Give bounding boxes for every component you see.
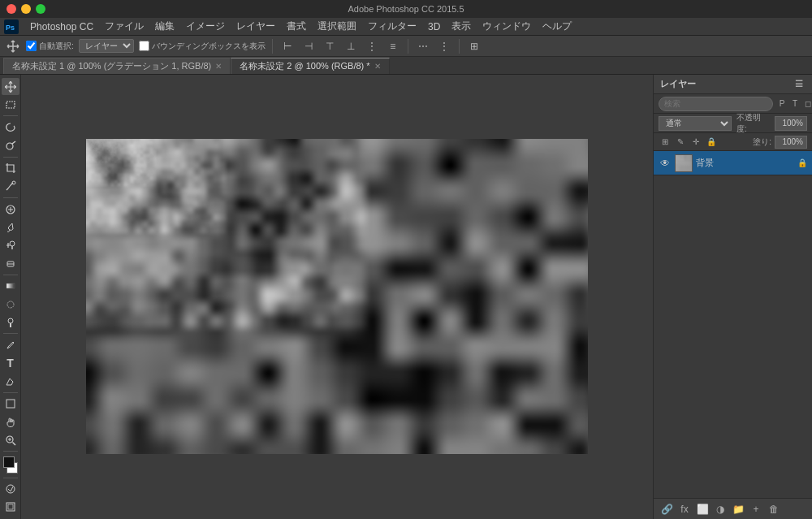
tab-1[interactable]: 名称未設定 1 @ 100% (グラデーション 1, RGB/8) ✕ xyxy=(3,58,231,74)
separator-2 xyxy=(408,39,408,54)
tabs-bar: 名称未設定 1 @ 100% (グラデーション 1, RGB/8) ✕ 名称未設… xyxy=(0,57,812,75)
toolbar: T xyxy=(0,75,21,519)
dist-v-icon[interactable]: ⋮ xyxy=(436,38,452,54)
zoom-tool[interactable] xyxy=(2,431,19,448)
menu-help[interactable]: ヘルプ xyxy=(537,18,577,35)
bounding-box-checkbox[interactable] xyxy=(139,41,149,51)
svg-rect-21 xyxy=(6,503,15,511)
bounding-box-label[interactable]: バウンディングボックスを表示 xyxy=(139,41,266,52)
lock-pixels-icon[interactable]: ✎ xyxy=(674,136,687,149)
align-center-h-icon[interactable]: ⊣ xyxy=(300,38,317,54)
menu-file[interactable]: ファイル xyxy=(99,18,149,35)
align-left-icon[interactable]: ⊢ xyxy=(279,38,296,54)
maximize-button[interactable] xyxy=(36,4,45,14)
blend-mode-select[interactable]: 通常 乗算 スクリーン オーバーレイ xyxy=(659,116,732,131)
quick-mask-btn[interactable] xyxy=(2,481,19,498)
menu-3d[interactable]: 3D xyxy=(422,19,446,34)
foreground-color-swatch[interactable] xyxy=(3,456,15,468)
pen-tool[interactable] xyxy=(2,336,19,353)
document-canvas[interactable] xyxy=(86,139,588,454)
blur-tool[interactable] xyxy=(2,296,19,313)
menu-window[interactable]: ウィンドウ xyxy=(477,18,537,35)
tool-sep-1 xyxy=(3,115,18,116)
add-layer-btn[interactable]: + xyxy=(748,501,764,517)
hand-tool[interactable] xyxy=(2,413,19,430)
align-bottom-icon[interactable]: ≡ xyxy=(385,38,401,54)
fill-input[interactable] xyxy=(775,136,807,149)
add-group-btn[interactable]: 📁 xyxy=(730,501,746,517)
menu-image[interactable]: イメージ xyxy=(180,18,231,35)
dodge-tool[interactable] xyxy=(2,314,19,331)
align-right-icon[interactable]: ⊤ xyxy=(322,38,338,54)
brush-tool[interactable] xyxy=(2,218,19,236)
auto-select-dropdown[interactable]: レイヤー グループ xyxy=(79,39,134,53)
tab-2[interactable]: 名称未設定 2 @ 100% (RGB/8) * ✕ xyxy=(231,58,389,74)
marquee-tool[interactable] xyxy=(2,96,19,113)
lock-transparent-icon[interactable]: ⊞ xyxy=(659,136,672,149)
screen-mode-btn[interactable] xyxy=(2,499,19,516)
layer-lock-icon: 🔒 xyxy=(797,158,807,167)
svg-text:Ps: Ps xyxy=(6,24,15,32)
opacity-input[interactable] xyxy=(775,116,807,131)
link-layers-btn[interactable]: 🔗 xyxy=(659,501,675,517)
filter-shape-icon[interactable]: ◻ xyxy=(802,98,812,110)
minimize-button[interactable] xyxy=(21,4,31,14)
move-tool[interactable] xyxy=(2,78,19,95)
gradient-tool[interactable] xyxy=(2,278,19,295)
path-select-tool[interactable] xyxy=(2,373,19,390)
menu-layer[interactable]: レイヤー xyxy=(231,18,281,35)
panel-menu-icon[interactable]: ☰ xyxy=(793,78,806,91)
auto-select-checkbox[interactable] xyxy=(26,41,37,51)
separator-1 xyxy=(272,39,273,54)
menubar: Ps Photoshop CC ファイル 編集 イメージ レイヤー 書式 選択範… xyxy=(0,18,812,36)
svg-rect-15 xyxy=(6,400,15,408)
tool-sep-7 xyxy=(3,451,18,452)
auto-select-label[interactable]: 自動選択: xyxy=(26,41,74,52)
align-center-v-icon[interactable]: ⋮ xyxy=(364,38,380,54)
align-top-icon[interactable]: ⊥ xyxy=(343,38,359,54)
healing-brush-tool[interactable] xyxy=(2,201,19,218)
svg-rect-22 xyxy=(8,504,13,509)
lasso-tool[interactable] xyxy=(2,119,19,136)
color-swatches[interactable] xyxy=(2,456,19,473)
opacity-label: 不透明度: xyxy=(736,112,770,135)
crop-tool[interactable] xyxy=(2,160,19,177)
quick-select-tool[interactable] xyxy=(2,137,19,154)
tab-1-close[interactable]: ✕ xyxy=(215,63,222,71)
options-bar: 自動選択: レイヤー グループ バウンディングボックスを表示 ⊢ ⊣ ⊤ ⊥ ⋮… xyxy=(0,36,812,57)
close-button[interactable] xyxy=(6,4,16,14)
lock-all-icon[interactable]: 🔒 xyxy=(705,136,718,149)
svg-point-3 xyxy=(6,143,13,149)
dist-h-icon[interactable]: ⋯ xyxy=(415,38,431,54)
clone-stamp-tool[interactable] xyxy=(2,236,19,253)
menu-type[interactable]: 書式 xyxy=(281,18,312,35)
layers-search-input[interactable] xyxy=(659,97,773,111)
fill-icons: ⊞ ✎ ✛ 🔒 xyxy=(659,136,749,149)
tool-sep-4 xyxy=(3,275,18,275)
delete-layer-btn[interactable]: 🗑 xyxy=(766,501,782,517)
add-style-btn[interactable]: fx xyxy=(676,501,693,517)
arrange-icon[interactable]: ⊞ xyxy=(466,38,482,54)
shape-tool[interactable] xyxy=(2,396,19,413)
tool-sep-2 xyxy=(3,157,18,158)
menu-view[interactable]: 表示 xyxy=(446,18,477,35)
filter-pixel-icon[interactable]: P xyxy=(776,98,788,110)
eyedropper-tool[interactable] xyxy=(2,178,19,195)
layer-item[interactable]: 👁 背景 🔒 xyxy=(654,151,812,175)
layer-visibility-toggle[interactable]: 👁 xyxy=(659,157,672,170)
move-tool-icon[interactable] xyxy=(5,38,21,54)
menu-filter[interactable]: フィルター xyxy=(362,18,422,35)
add-mask-btn[interactable]: ⬜ xyxy=(694,501,710,517)
add-adjustment-btn[interactable]: ◑ xyxy=(712,501,728,517)
filter-type-icon[interactable]: T xyxy=(789,98,801,110)
layer-thumbnail xyxy=(675,154,693,172)
eraser-tool[interactable] xyxy=(2,255,19,272)
menu-select[interactable]: 選択範囲 xyxy=(312,18,362,35)
lock-position-icon[interactable]: ✛ xyxy=(689,136,702,149)
menu-app-name[interactable]: Photoshop CC xyxy=(24,19,99,34)
menu-edit[interactable]: 編集 xyxy=(149,18,180,35)
titlebar: Adobe Photoshop CC 2015.5 xyxy=(0,0,812,18)
text-tool[interactable]: T xyxy=(2,354,19,371)
canvas-wrapper xyxy=(86,139,588,456)
tab-2-close[interactable]: ✕ xyxy=(374,63,381,71)
